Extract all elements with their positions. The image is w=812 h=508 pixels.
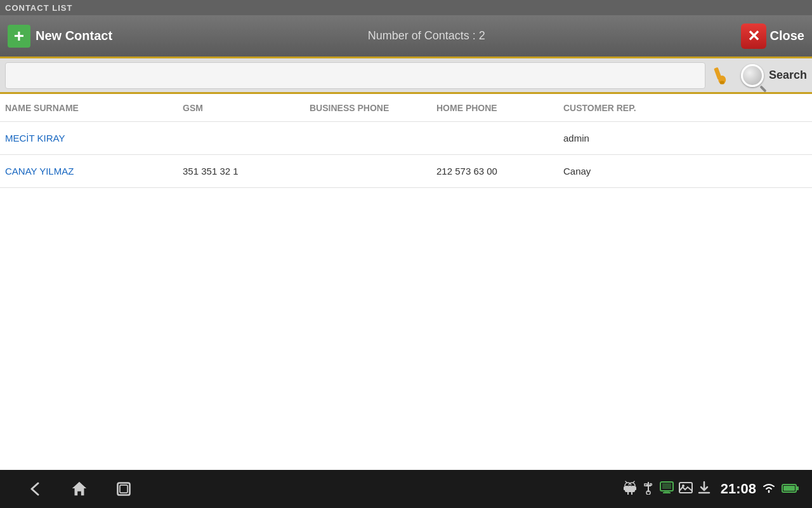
magnifier-icon (741, 64, 764, 87)
svg-point-20 (650, 483, 652, 485)
svg-rect-32 (796, 486, 799, 490)
plus-icon: + (8, 25, 30, 48)
search-label: Search (769, 69, 807, 82)
svg-rect-31 (783, 486, 795, 491)
download-icon (698, 481, 710, 498)
time-display: 21:08 (721, 481, 756, 497)
svg-line-16 (633, 481, 634, 483)
svg-line-15 (625, 481, 627, 483)
monitor-icon (660, 481, 674, 498)
title-bar: CONTACT LIST (0, 0, 812, 15)
svg-rect-9 (624, 486, 625, 490)
back-button[interactable] (13, 470, 57, 508)
new-contact-button[interactable]: + New Contact (8, 25, 112, 48)
svg-rect-23 (662, 483, 671, 489)
contact-count: Number of Contacts : 2 (112, 29, 740, 43)
col-header-name: NAME SURNAME (5, 103, 183, 113)
gallery-icon (679, 481, 693, 498)
col-header-home-phone: Home Phone (436, 103, 563, 113)
clear-button[interactable] (710, 63, 736, 88)
table-row[interactable]: CANAY YILMAZ 351 351 32 1 212 573 63 00 … (0, 155, 812, 188)
search-button[interactable]: Search (741, 64, 807, 87)
wifi-icon (761, 482, 776, 497)
svg-marker-3 (72, 482, 86, 495)
bottom-bar: 21:08 (0, 470, 812, 508)
contact-name: MECİT KIRAY (5, 133, 183, 144)
contact-home-phone: 212 573 63 00 (436, 166, 563, 177)
contact-customer-rep: Canay (563, 166, 807, 177)
close-icon: ✕ (741, 23, 766, 49)
contact-name: CANAY YILMAZ (5, 166, 183, 177)
header-bar: + New Contact Number of Contacts : 2 ✕ C… (0, 15, 812, 58)
brush-icon (712, 65, 734, 86)
home-icon (70, 480, 88, 498)
close-label: Close (770, 29, 804, 43)
contact-customer-rep: admin (563, 133, 807, 144)
col-header-customer-rep: Customer Rep. (563, 103, 807, 113)
contact-table: MECİT KIRAY admin CANAY YILMAZ 351 351 3… (0, 122, 812, 188)
new-contact-label: New Contact (36, 29, 112, 43)
column-headers: NAME SURNAME GSM Business phone Home Pho… (0, 94, 812, 122)
usb-icon (642, 481, 655, 498)
android-icon (623, 481, 637, 498)
svg-rect-5 (120, 485, 128, 493)
svg-point-13 (627, 485, 629, 486)
search-bar: Search (0, 58, 812, 94)
battery-icon (782, 482, 799, 497)
col-header-business-phone: Business phone (310, 103, 436, 113)
back-icon (25, 479, 44, 498)
svg-rect-2 (720, 81, 724, 84)
table-row[interactable]: MECİT KIRAY admin (0, 122, 812, 155)
close-button[interactable]: ✕ Close (741, 23, 804, 49)
col-header-gsm: GSM (183, 103, 310, 113)
svg-rect-19 (645, 484, 647, 486)
recent-apps-icon (115, 481, 132, 497)
svg-rect-8 (625, 486, 635, 492)
svg-rect-10 (634, 486, 636, 490)
contact-gsm: 351 351 32 1 (183, 166, 310, 177)
search-input[interactable] (5, 62, 705, 89)
status-icons: 21:08 (623, 481, 799, 498)
recent-apps-button[interactable] (102, 470, 146, 508)
svg-point-14 (631, 485, 632, 486)
home-button[interactable] (57, 470, 102, 508)
title-bar-label: CONTACT LIST (5, 3, 72, 13)
